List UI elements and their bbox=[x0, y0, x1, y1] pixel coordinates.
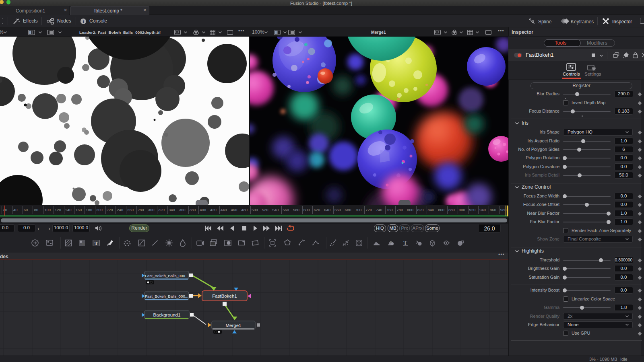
svg-text:Fast_Bokeh_Balls_000...: Fast_Bokeh_Balls_000... bbox=[145, 274, 188, 278]
svg-text:T: T bbox=[95, 241, 98, 246]
svg-text:Merge1: Merge1 bbox=[226, 323, 242, 328]
svg-text:T: T bbox=[403, 240, 407, 246]
svg-text:Background1: Background1 bbox=[153, 313, 181, 317]
svg-text:FastBokeh1: FastBokeh1 bbox=[212, 294, 237, 298]
svg-text:Fast_Bokeh_Balls_000...: Fast_Bokeh_Balls_000... bbox=[145, 294, 188, 298]
svg-text:i: i bbox=[83, 19, 84, 24]
